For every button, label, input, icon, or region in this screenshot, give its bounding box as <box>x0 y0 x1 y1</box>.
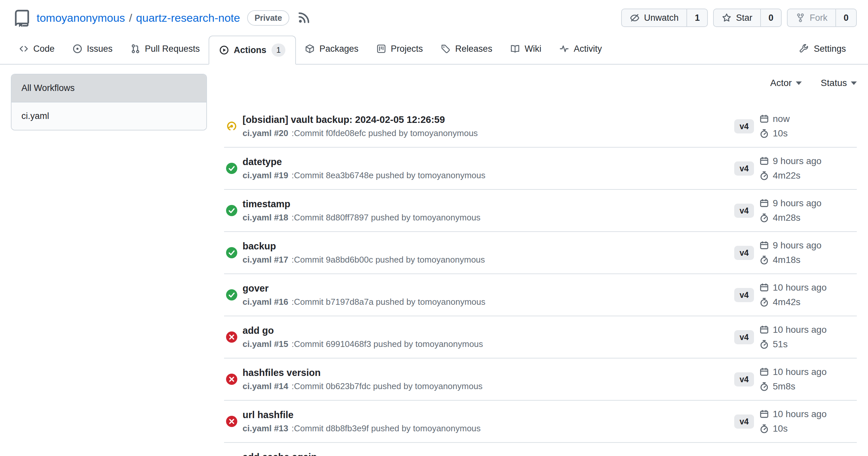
stopwatch-icon <box>759 213 769 223</box>
star-icon <box>722 13 732 23</box>
run-duration: 4m42s <box>773 296 801 308</box>
tag-icon <box>441 44 451 54</box>
tab-settings[interactable]: Settings <box>790 34 855 64</box>
workflow-run-row: timestamp ci.yaml #18:Commit 8d80ff7897 … <box>224 190 857 232</box>
sidebar-item-ci-yaml[interactable]: ci.yaml <box>11 102 206 130</box>
rss-feed-icon[interactable] <box>297 11 310 24</box>
actor-filter-dropdown[interactable]: Actor <box>770 78 801 88</box>
tab-label: Projects <box>391 44 423 54</box>
run-meta: 10 hours ago 10s <box>759 408 857 434</box>
tab-issues[interactable]: Issues <box>64 34 122 64</box>
run-meta: 10 hours ago 51s <box>759 324 857 350</box>
run-subtitle: ci.yaml #18:Commit 8d80ff7897 pushed by … <box>243 213 480 223</box>
star-button[interactable]: Star 0 <box>713 8 782 27</box>
artifact-badge: v4 <box>734 372 754 387</box>
tab-label: Activity <box>574 44 602 54</box>
run-title-link[interactable]: url hashfile <box>243 410 481 420</box>
tab-label: Issues <box>87 44 113 54</box>
run-desc: :Commit 8ea3b6748e pushed by tomoyanonym… <box>292 170 486 180</box>
sidebar-item-all-workflows[interactable]: All Workflows <box>11 74 206 102</box>
run-ref: ci.yaml #14 <box>243 381 288 391</box>
artifact-badge: v4 <box>734 119 754 133</box>
stopwatch-icon <box>759 297 769 307</box>
stopwatch-icon <box>759 339 769 349</box>
repo-header: tomoyanonymous / quartz-research-note Pr… <box>0 0 868 34</box>
tab-actions[interactable]: Actions 1 <box>209 36 296 65</box>
run-meta: now 10s <box>759 113 857 139</box>
runs-panel: Actor Status [obsidian] vault <box>224 74 857 456</box>
calendar-icon <box>759 367 769 377</box>
run-subtitle: ci.yaml #17:Commit 9a8bd6b00c pushed by … <box>243 255 485 265</box>
run-title-link[interactable]: gover <box>243 283 486 294</box>
workflow-run-row: datetype ci.yaml #19:Commit 8ea3b6748e p… <box>224 148 857 190</box>
run-subtitle: ci.yaml #14:Commit 0b623b7fdc pushed by … <box>243 381 483 391</box>
stopwatch-icon <box>759 171 769 181</box>
workflow-run-row: url hashfile ci.yaml #13:Commit d8b8fb3e… <box>224 401 857 443</box>
run-date: 9 hours ago <box>773 155 822 167</box>
run-meta: 9 hours ago 4m28s <box>759 197 857 224</box>
actions-count-badge: 1 <box>272 43 285 57</box>
stars-count[interactable]: 0 <box>760 9 781 26</box>
pulse-icon <box>559 44 569 54</box>
run-meta: 10 hours ago 4m42s <box>759 282 857 308</box>
run-desc: :Commit d8b8fb3e9f pushed by tomoyanonym… <box>292 423 481 433</box>
status-failure-icon <box>226 331 237 343</box>
artifact-badge: v4 <box>734 204 754 218</box>
run-ref: ci.yaml #17 <box>243 255 288 265</box>
stopwatch-icon <box>759 129 769 138</box>
status-success-icon <box>226 289 237 300</box>
project-icon <box>376 44 386 54</box>
tab-packages[interactable]: Packages <box>296 34 367 64</box>
run-title-link[interactable]: add cache again <box>243 452 317 456</box>
tab-code[interactable]: Code <box>10 34 64 64</box>
run-subtitle: ci.yaml #19:Commit 8ea3b6748e pushed by … <box>243 170 486 181</box>
run-desc: :Commit 8d80ff7897 pushed by tomoyanonym… <box>292 213 480 222</box>
run-title-link[interactable]: add go <box>243 325 483 336</box>
fork-icon <box>796 13 805 23</box>
calendar-icon <box>759 114 769 124</box>
git-pull-request-icon <box>130 44 141 54</box>
run-ref: ci.yaml #13 <box>243 423 288 433</box>
tab-activity[interactable]: Activity <box>550 34 611 64</box>
status-filter-label: Status <box>821 78 847 88</box>
repo-owner-link[interactable]: tomoyanonymous <box>37 11 125 24</box>
run-desc: :Commit 9a8bd6b00c pushed by tomoyanonym… <box>292 255 485 265</box>
run-title-link[interactable]: backup <box>243 241 485 252</box>
run-title-link[interactable]: timestamp <box>243 199 480 209</box>
breadcrumb: tomoyanonymous / quartz-research-note <box>37 11 240 24</box>
book-icon <box>510 44 520 54</box>
workflow-run-row: backup ci.yaml #17:Commit 9a8bd6b00c pus… <box>224 232 857 274</box>
play-circle-icon <box>219 45 229 55</box>
artifact-badge: v4 <box>734 288 754 302</box>
run-duration: 4m22s <box>773 170 801 182</box>
run-duration: 4m18s <box>773 254 801 266</box>
status-filter-dropdown[interactable]: Status <box>821 78 857 88</box>
tab-wiki[interactable]: Wiki <box>501 34 550 64</box>
workflow-run-row: [obsidian] vault backup: 2024-02-05 12:2… <box>224 105 857 148</box>
tab-pull-requests[interactable]: Pull Requests <box>122 34 209 64</box>
repo-icon <box>12 8 31 27</box>
run-filters: Actor Status <box>224 74 857 88</box>
repo-name-link[interactable]: quartz-research-note <box>136 11 240 24</box>
unwatch-button[interactable]: Unwatch 1 <box>621 8 708 27</box>
tab-label: Actions <box>234 45 266 55</box>
watchers-count[interactable]: 1 <box>686 9 707 26</box>
tab-projects[interactable]: Projects <box>367 34 432 64</box>
star-label: Star <box>736 13 752 23</box>
wrench-icon <box>799 44 809 54</box>
run-ref: ci.yaml #19 <box>243 170 288 180</box>
run-title-link[interactable]: [obsidian] vault backup: 2024-02-05 12:2… <box>243 114 478 125</box>
tab-releases[interactable]: Releases <box>432 34 501 64</box>
run-meta: 10 hours ago 5m8s <box>759 366 857 392</box>
run-title-link[interactable]: hashfiles version <box>243 367 483 378</box>
run-title-link[interactable]: datetype <box>243 157 486 167</box>
unwatch-label: Unwatch <box>644 13 679 23</box>
stopwatch-icon <box>759 424 769 433</box>
tab-label: Pull Requests <box>145 44 200 54</box>
forks-count[interactable]: 0 <box>835 9 856 26</box>
status-success-icon <box>226 163 237 174</box>
status-in-progress-icon <box>226 121 237 132</box>
workflow-run-row: hashfiles version ci.yaml #14:Commit 0b6… <box>224 358 857 401</box>
fork-button[interactable]: Fork 0 <box>787 8 857 27</box>
workflow-runs-list: [obsidian] vault backup: 2024-02-05 12:2… <box>224 105 857 456</box>
